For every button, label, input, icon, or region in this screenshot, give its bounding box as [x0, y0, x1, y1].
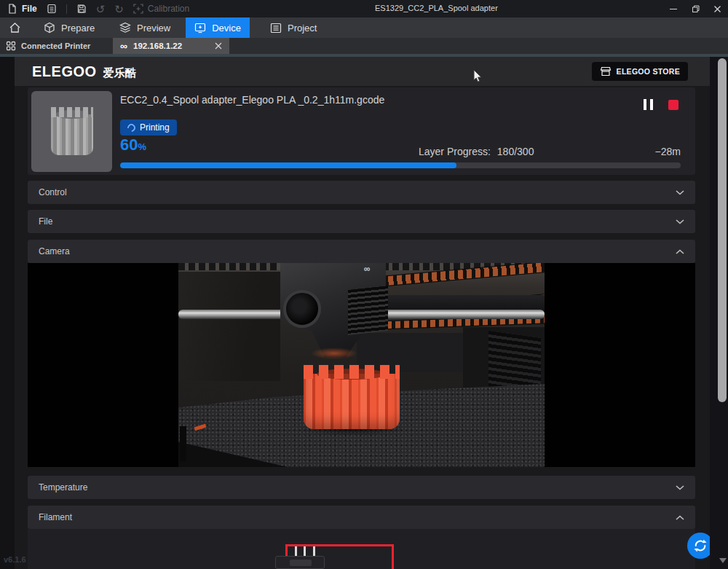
box-icon [44, 22, 55, 34]
tube-connector [295, 546, 297, 556]
panel-filament[interactable]: Filament [28, 506, 695, 529]
camera-feed-container: ∞ [28, 263, 695, 467]
maximize-icon [692, 5, 700, 13]
printer-ip-label: 192.168.1.22 [133, 42, 182, 50]
app-window: File ↺ ↻ Calibration ES1329_CC2_PLA_Spoo… [0, 0, 728, 569]
calibration-label: Calibration [148, 4, 189, 14]
model-thumbnail [31, 91, 112, 172]
mouse-cursor [473, 69, 483, 87]
project-list-icon [270, 23, 282, 34]
printed-object [304, 365, 400, 429]
connected-printer-label[interactable]: Connected Printer [6, 38, 90, 54]
status-badge-label: Printing [140, 122, 170, 133]
chevron-up-icon [676, 249, 684, 254]
save-icon [76, 4, 87, 14]
bed-edge-label [180, 426, 186, 461]
tab-close-button[interactable] [215, 42, 222, 50]
hub-screen [290, 560, 312, 566]
status-badge: Printing [120, 119, 177, 136]
tube-connector [313, 546, 315, 556]
print-job-card: ECC2_0.4_Spool adapter_Elegoo PLA _0.2_1… [28, 87, 695, 175]
minimize-icon [670, 9, 677, 9]
tab-preview[interactable]: Preview [119, 17, 170, 38]
panel-camera[interactable]: Camera [28, 240, 695, 263]
panel-file[interactable]: File [28, 210, 695, 233]
tab-prepare-label: Prepare [61, 23, 95, 34]
camera-feed: ∞ [178, 263, 545, 467]
brand-name-cn: 爱乐酷 [103, 66, 136, 80]
scrollbar-thumb[interactable] [718, 58, 727, 402]
layer-progress: Layer Progress: 180/300 [419, 146, 534, 157]
pause-button[interactable] [644, 99, 653, 110]
vertical-scrollbar[interactable] [710, 57, 728, 569]
home-tab[interactable] [9, 17, 21, 38]
tab-preview-label: Preview [137, 23, 170, 34]
tab-device-label: Device [212, 23, 241, 34]
title-bar: File ↺ ↻ Calibration ES1329_CC2_PLA_Spoo… [0, 0, 728, 17]
printing-spinner-icon [126, 122, 137, 133]
tab-project-label: Project [288, 23, 317, 34]
page-header: ELEGOO 爱乐酷 ELEGOO STORE [15, 57, 710, 86]
printer-ip-tab[interactable]: ∞ 192.168.1.22 [113, 38, 229, 54]
close-icon [215, 42, 222, 50]
minimize-button[interactable] [662, 0, 684, 17]
tube-connector [304, 546, 306, 556]
layer-progress-value: 180/300 [497, 146, 534, 157]
pause-icon [644, 99, 646, 110]
tab-device-active[interactable]: Device [186, 17, 250, 38]
tab-project[interactable]: Project [270, 17, 317, 38]
toolbar-divider [66, 4, 67, 14]
notes-button[interactable] [47, 4, 57, 14]
connected-printer-text: Connected Printer [21, 42, 90, 50]
printer-left-panel [178, 272, 280, 381]
scrollbar-down-arrow[interactable] [719, 558, 727, 563]
store-button-label: ELEGOO STORE [617, 67, 680, 76]
toolhead-logo: ∞ [364, 264, 371, 274]
window-title: ES1329_CC2_PLA_Spool adapter [375, 4, 498, 12]
save-button[interactable] [76, 4, 87, 14]
elegoo-store-button[interactable]: ELEGOO STORE [592, 62, 688, 81]
progress-bar [120, 162, 681, 168]
spool-adapter-model [51, 107, 93, 155]
home-icon [9, 22, 21, 34]
undo-button[interactable]: ↺ [96, 4, 106, 15]
calibration-button[interactable]: Calibration [133, 4, 189, 14]
toolhead-fan [283, 290, 321, 328]
filament-tube-path [285, 544, 394, 546]
chevron-down-icon [676, 190, 684, 195]
file-menu-label: File [22, 4, 37, 14]
tab-prepare[interactable]: Prepare [44, 17, 95, 38]
chevron-down-icon [676, 219, 684, 224]
elegoo-logo: ELEGOO 爱乐酷 [32, 63, 136, 80]
filament-hub-device [275, 556, 325, 569]
layers-icon [119, 22, 131, 34]
main-nav: Prepare Preview Device Project [0, 17, 728, 38]
undo-icon: ↺ [96, 4, 106, 15]
close-icon [713, 5, 721, 13]
app-version: v6.1.6 [4, 555, 26, 564]
sync-icon [693, 538, 708, 553]
storefront-icon [600, 66, 612, 76]
nozzle-glow [311, 348, 357, 359]
progress-bar-fill [120, 162, 456, 168]
chevron-down-icon [676, 485, 684, 490]
elegoo-mark-icon: ∞ [120, 41, 127, 51]
filament-diagram [28, 529, 695, 569]
close-button[interactable] [706, 0, 728, 17]
redo-button[interactable]: ↻ [114, 4, 124, 15]
printer-tab-strip: Connected Printer ∞ 192.168.1.22 [0, 38, 728, 54]
toolhead-heatsink [348, 286, 388, 335]
panel-control[interactable]: Control [28, 181, 695, 204]
device-monitor-icon [194, 23, 206, 34]
stop-button[interactable] [668, 100, 678, 110]
brand-name: ELEGOO [32, 63, 97, 80]
device-page: ELEGOO 爱乐酷 ELEGOO STORE ECC2_0.4_Spool a… [0, 57, 728, 569]
progress-percent: 60 % [120, 137, 146, 153]
file-page-icon [7, 4, 17, 14]
maximize-button[interactable] [684, 0, 706, 17]
panel-temperature[interactable]: Temperature [28, 476, 695, 499]
time-remaining: −28m [655, 146, 681, 157]
gcode-filename: ECC2_0.4_Spool adapter_Elegoo PLA _0.2_1… [120, 94, 384, 106]
redo-icon: ↻ [114, 4, 124, 15]
file-menu[interactable]: File [7, 4, 37, 14]
